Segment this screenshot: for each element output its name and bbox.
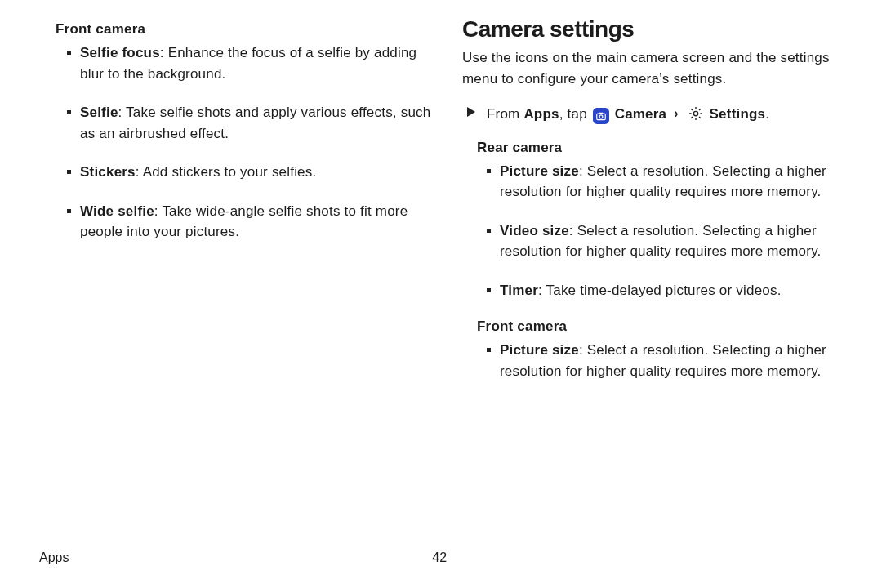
item-term: Video size	[500, 223, 569, 238]
footer-page-number: 42	[432, 550, 447, 565]
item-term: Picture size	[500, 163, 579, 179]
svg-rect-3	[599, 113, 603, 114]
nav-camera-label: Camera	[615, 106, 667, 122]
item-term: Stickers	[80, 164, 136, 180]
camera-icon	[593, 108, 609, 124]
nav-period: .	[765, 106, 769, 122]
list-item: Selfie: Take selfie shots and apply vari…	[56, 102, 441, 144]
nav-text-tap: , tap	[559, 106, 591, 122]
list-item: Video size: Select a resolution. Selecti…	[462, 220, 854, 262]
item-desc: : Take selfie shots and apply various ef…	[80, 105, 430, 141]
item-term: Picture size	[500, 342, 579, 358]
list-item: Picture size: Select a resolution. Selec…	[462, 340, 854, 381]
nav-text-from: From	[487, 106, 523, 122]
list-item: Stickers: Add stickers to your selfies.	[56, 162, 441, 183]
rear-camera-list: Picture size: Select a resolution. Selec…	[462, 161, 854, 301]
nav-apps-label: Apps	[523, 106, 559, 122]
section-lead: Use the icons on the main camera screen …	[462, 47, 854, 89]
item-term: Selfie focus	[80, 45, 160, 60]
item-term: Wide selfie	[80, 203, 154, 219]
front-camera-list: Selfie focus: Enhance the focus of a sel…	[56, 42, 441, 243]
front-camera-heading-2: Front camera	[477, 318, 854, 335]
item-term: Selfie	[80, 105, 118, 120]
svg-point-4	[693, 111, 697, 115]
list-item: Timer: Take time-delayed pictures or vid…	[462, 280, 854, 301]
footer-section-label: Apps	[39, 550, 69, 565]
item-desc: : Add stickers to your selfies.	[136, 164, 317, 180]
page-footer: Apps 42	[56, 550, 843, 572]
rear-camera-heading: Rear camera	[477, 140, 854, 156]
list-item: Selfie focus: Enhance the focus of a sel…	[56, 42, 441, 84]
item-desc: : Take time-delayed pictures or videos.	[538, 283, 782, 298]
left-column: Front camera Selfie focus: Enhance the f…	[56, 16, 441, 550]
svg-marker-0	[467, 107, 475, 117]
svg-point-2	[599, 115, 603, 118]
front-camera-list-2: Picture size: Select a resolution. Selec…	[462, 340, 854, 381]
front-camera-heading: Front camera	[56, 21, 441, 38]
list-item: Wide selfie: Take wide-angle selfie shot…	[56, 201, 441, 243]
section-title: Camera settings	[462, 16, 854, 42]
nav-settings-label: Settings	[710, 106, 766, 122]
svg-rect-1	[596, 114, 605, 120]
triangle-icon	[467, 107, 475, 118]
list-item: Picture size: Select a resolution. Selec…	[462, 161, 854, 203]
breadcrumb-arrow-icon: ›	[674, 104, 679, 123]
gear-icon	[688, 105, 704, 128]
right-column: Camera settings Use the icons on the mai…	[462, 16, 854, 550]
navigation-step: From Apps, tap Camera › Settings.	[462, 104, 854, 128]
item-term: Timer	[500, 283, 538, 298]
